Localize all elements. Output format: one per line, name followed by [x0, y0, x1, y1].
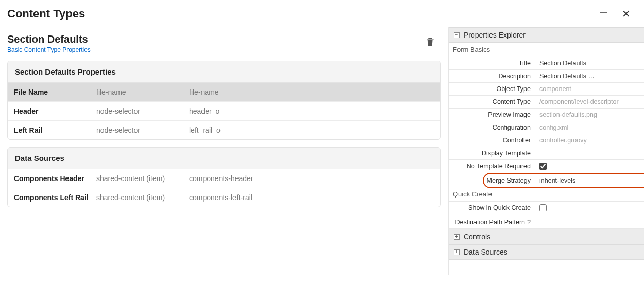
prop-label: Display Template — [449, 147, 535, 159]
properties-explorer-title: Properties Explorer — [464, 31, 526, 39]
datasource-row[interactable]: Components Left Rail shared-content (ite… — [8, 188, 440, 207]
prop-value[interactable] — [535, 160, 644, 174]
prop-label: Controller — [449, 134, 535, 147]
datasource-handle: components-header — [189, 174, 434, 183]
property-type: node-selector — [96, 126, 189, 134]
empty-section — [449, 260, 644, 275]
prop-label: Title — [449, 57, 535, 69]
collapse-icon[interactable]: − — [454, 32, 460, 38]
prop-no-template-row[interactable]: No Template Required — [449, 160, 644, 174]
prop-label: Destination Path Pattern ? — [449, 216, 535, 228]
property-row[interactable]: File Name file-name file-name — [8, 83, 440, 102]
prop-configuration-row[interactable]: Configuration config.xml — [449, 121, 644, 134]
prop-label: No Template Required — [449, 160, 535, 174]
prop-value[interactable]: component — [535, 83, 644, 95]
prop-value[interactable] — [535, 216, 644, 228]
property-handle: file-name — [189, 88, 434, 96]
datasource-type: shared-content (item) — [96, 193, 189, 202]
prop-controller-row[interactable]: Controller controller.groovy — [449, 134, 644, 147]
prop-destpath-row[interactable]: Destination Path Pattern ? — [449, 216, 644, 229]
minimize-icon[interactable]: – — [600, 5, 607, 19]
property-name: Header — [14, 107, 96, 115]
prop-preview-image-row[interactable]: Preview Image section-defaults.png — [449, 109, 644, 121]
delete-button[interactable] — [426, 37, 435, 48]
prop-label: Show in Quick Create — [449, 202, 535, 216]
datasources-section-header[interactable]: + Data Sources — [449, 244, 644, 260]
property-handle: left_rail_o — [189, 126, 434, 134]
prop-value[interactable]: /component/level-descriptor — [535, 96, 644, 108]
expand-icon[interactable]: + — [454, 234, 460, 240]
property-row[interactable]: Header node-selector header_o — [8, 102, 440, 121]
property-name: File Name — [14, 88, 96, 96]
show-quickcreate-checkbox[interactable] — [539, 204, 547, 211]
prop-description-row[interactable]: Description Section Defaults … — [449, 70, 644, 83]
prop-label: Merge Strategy — [449, 174, 535, 187]
expand-icon[interactable]: + — [454, 249, 460, 255]
prop-value[interactable]: Section Defaults — [535, 57, 644, 69]
no-template-checkbox[interactable] — [539, 163, 547, 170]
quick-create-heading: Quick Create — [449, 187, 644, 202]
datasources-title: Data Sources — [464, 248, 507, 256]
datasource-handle: components-left-rail — [189, 193, 434, 202]
prop-title-row[interactable]: Title Section Defaults — [449, 57, 644, 70]
properties-panel-heading: Section Defaults Properties — [8, 61, 440, 83]
prop-label: Object Type — [449, 83, 535, 95]
window-controls: – ✕ — [600, 7, 634, 21]
prop-value[interactable]: section-defaults.png — [535, 109, 644, 121]
prop-value[interactable]: controller.groovy — [535, 134, 644, 147]
page-title: Content Types — [7, 7, 85, 21]
properties-panel: Section Defaults Properties File Name fi… — [7, 61, 441, 140]
datasources-panel: Data Sources Components Header shared-co… — [7, 147, 441, 207]
prop-value[interactable] — [535, 202, 644, 216]
prop-display-template-row[interactable]: Display Template — [449, 147, 644, 160]
prop-content-type-row[interactable]: Content Type /component/level-descriptor — [449, 96, 644, 109]
prop-merge-strategy-row[interactable]: Merge Strategy inherit-levels — [449, 174, 644, 187]
datasource-name: Components Header — [14, 174, 96, 183]
prop-object-type-row[interactable]: Object Type component — [449, 83, 644, 96]
close-icon[interactable]: ✕ — [622, 9, 631, 19]
basic-properties-link[interactable]: Basic Content Type Properties — [7, 46, 91, 53]
property-type: node-selector — [96, 107, 189, 115]
properties-explorer-header[interactable]: − Properties Explorer — [449, 27, 644, 43]
help-icon[interactable]: ? — [527, 219, 531, 226]
prop-value[interactable]: inherit-levels — [535, 174, 644, 187]
datasources-panel-heading: Data Sources — [8, 148, 440, 169]
controls-section-header[interactable]: + Controls — [449, 229, 644, 244]
prop-value[interactable]: Section Defaults … — [535, 70, 644, 82]
property-handle: header_o — [189, 107, 434, 115]
property-row[interactable]: Left Rail node-selector left_rail_o — [8, 121, 440, 139]
prop-label: Preview Image — [449, 109, 535, 121]
prop-value[interactable] — [535, 147, 644, 159]
prop-label: Configuration — [449, 121, 535, 134]
datasource-row[interactable]: Components Header shared-content (item) … — [8, 169, 440, 188]
prop-show-quickcreate-row[interactable]: Show in Quick Create — [449, 202, 644, 216]
form-basics-heading: Form Basics — [449, 43, 644, 57]
prop-value[interactable]: config.xml — [535, 121, 644, 134]
property-type: file-name — [96, 88, 189, 96]
prop-label: Content Type — [449, 96, 535, 108]
controls-title: Controls — [464, 232, 490, 241]
prop-label: Description — [449, 70, 535, 82]
property-name: Left Rail — [14, 126, 96, 134]
datasource-type: shared-content (item) — [96, 174, 189, 183]
section-title: Section Defaults — [7, 33, 91, 45]
datasource-name: Components Left Rail — [14, 193, 96, 202]
